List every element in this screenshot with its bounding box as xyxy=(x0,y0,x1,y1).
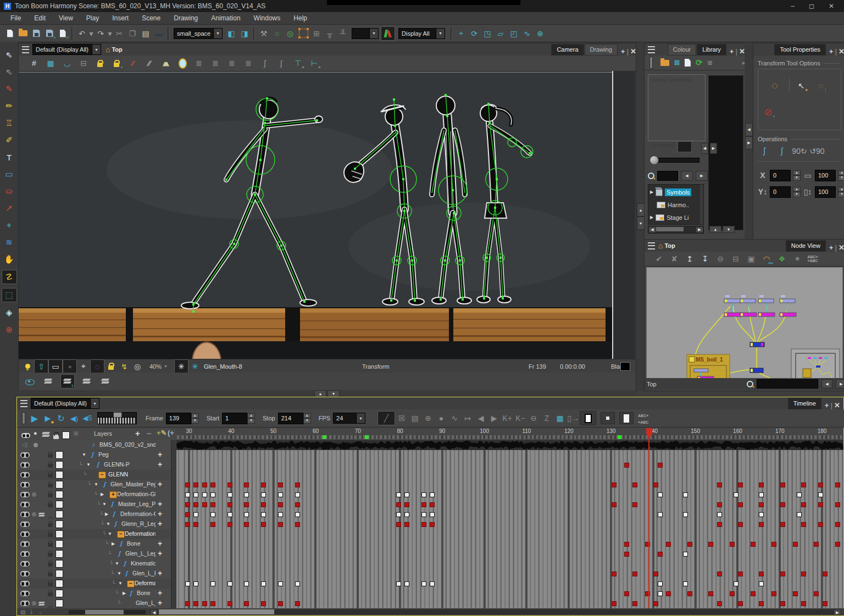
vertical-splitter[interactable]: ▲ ▼ xyxy=(636,43,645,390)
keyframe-red[interactable] xyxy=(421,522,426,527)
stamp-tool-icon[interactable]: ♖ xyxy=(2,116,16,130)
move-down-icon[interactable]: ↧ xyxy=(698,252,712,265)
keyframe-white[interactable] xyxy=(683,552,688,557)
menu-scene[interactable]: Scene xyxy=(136,13,166,23)
keyframe-red[interactable] xyxy=(801,482,806,487)
keyframe-red[interactable] xyxy=(780,601,785,606)
bg-color-swatch[interactable] xyxy=(620,362,630,371)
onion-skin-d-icon[interactable]: ≣ xyxy=(242,57,255,70)
enable-icon[interactable] xyxy=(20,561,30,567)
menu-file[interactable]: File xyxy=(4,13,27,23)
keyframe-red[interactable] xyxy=(244,601,249,606)
layer-row[interactable]: ▼ʃPeg+ xyxy=(17,450,176,460)
expand-icon[interactable]: ▼ xyxy=(117,569,121,579)
keyframe-red[interactable] xyxy=(227,601,232,606)
keyframe-white[interactable] xyxy=(227,492,232,497)
keyframe-white[interactable] xyxy=(658,591,663,596)
keyframe-red[interactable] xyxy=(730,591,735,596)
keyframe-red[interactable] xyxy=(404,522,409,527)
keyframe-red[interactable] xyxy=(185,502,190,507)
keyframe-white[interactable] xyxy=(227,581,232,586)
keyframe-red[interactable] xyxy=(210,601,215,606)
layer-checkbox[interactable] xyxy=(55,461,63,469)
home-icon[interactable]: ⌂ xyxy=(658,241,663,250)
width-spinner[interactable]: ▲▼ xyxy=(838,170,844,181)
onion-skin-b-icon[interactable]: ≣ xyxy=(209,57,222,70)
start-spinner[interactable]: ▲▼ xyxy=(247,413,255,424)
keyframe-white[interactable] xyxy=(244,512,249,517)
keyframe-red[interactable] xyxy=(612,482,617,487)
sound-display-icon[interactable]: ▤ xyxy=(20,609,25,615)
tracks-hscroll[interactable]: ◀ ▶ xyxy=(150,609,841,614)
keyframe-red[interactable] xyxy=(632,502,637,507)
keyframe-white[interactable] xyxy=(421,581,426,586)
keyframe-red[interactable] xyxy=(759,502,764,507)
scale-icon[interactable]: ◳ xyxy=(481,27,494,40)
close-button[interactable]: ✕ xyxy=(829,2,834,10)
keyframe-red[interactable] xyxy=(632,601,637,606)
add-substitution-button[interactable]: + xyxy=(158,480,162,489)
track-row[interactable] xyxy=(176,519,843,530)
antenna-icon[interactable]: ✶ xyxy=(791,252,804,265)
layer-row[interactable]: └▶ʃDeformation-Glen_+ xyxy=(17,509,176,520)
enable-all-checkbox[interactable] xyxy=(62,431,70,439)
onion-next-icon[interactable]: ∕∕ xyxy=(143,57,156,70)
add-substitution-button[interactable]: + xyxy=(158,509,162,519)
enable-icon[interactable] xyxy=(20,591,30,596)
keyframe-red[interactable] xyxy=(295,601,300,606)
keyframe-red[interactable] xyxy=(658,552,663,557)
expand-icon[interactable]: ▶ xyxy=(101,490,104,500)
onion-skin-c-icon[interactable]: ≣ xyxy=(225,57,238,70)
rigging-tools-icon[interactable]: ⚒ xyxy=(257,27,270,40)
track-row[interactable] xyxy=(176,440,843,451)
sound-button[interactable]: ◀) xyxy=(68,412,81,425)
track-row[interactable] xyxy=(176,549,843,559)
layer-checkbox[interactable] xyxy=(55,600,63,607)
delete-layer-button[interactable]: − xyxy=(147,429,152,438)
add-substitution-button[interactable]: + xyxy=(158,539,162,548)
keyframe-white[interactable] xyxy=(210,512,215,517)
keyframe-red[interactable] xyxy=(658,463,663,468)
large-thumbnail-toggle[interactable] xyxy=(619,412,634,424)
add-drawing-layer-button[interactable]: +✎ xyxy=(157,429,166,437)
lock-icon[interactable] xyxy=(48,573,53,576)
add-view-icon[interactable]: + xyxy=(621,47,625,56)
save-icon[interactable] xyxy=(30,27,43,40)
minimize-button[interactable]: – xyxy=(791,2,795,10)
node-graph[interactable]: MS_boil_1 xyxy=(646,267,843,379)
keyframe-red[interactable] xyxy=(185,482,190,487)
open-scene-icon[interactable] xyxy=(16,27,30,40)
expand-icon[interactable]: ▼ xyxy=(106,519,110,529)
next-button[interactable]: ▶ xyxy=(696,171,708,181)
keyframe-red[interactable] xyxy=(244,522,249,527)
mini-combo[interactable]: ▼ xyxy=(352,28,379,39)
keyframe-white[interactable] xyxy=(430,492,435,497)
keyframe-red[interactable] xyxy=(823,571,828,576)
add-view-icon[interactable]: + xyxy=(730,47,734,56)
thumbnail-toggle-icon[interactable] xyxy=(39,601,46,606)
next-keyframe-icon[interactable]: ▶ xyxy=(487,412,501,425)
pencil-tool-icon[interactable]: ✏ xyxy=(2,99,16,113)
expand-icon[interactable]: ▶ xyxy=(650,213,653,223)
keyframe-white[interactable] xyxy=(261,492,266,497)
lock-icon[interactable] xyxy=(48,592,53,596)
stop-field[interactable]: 214 xyxy=(278,413,303,424)
tree-down-icon[interactable]: ⊟ xyxy=(729,252,742,265)
preview-slider[interactable] xyxy=(650,158,699,163)
lock-icon[interactable] xyxy=(48,474,53,478)
add-peg-button[interactable]: (+ xyxy=(168,429,174,437)
maximize-button[interactable]: ◻ xyxy=(809,2,814,10)
onion-prev-icon[interactable]: ∕∕ xyxy=(126,57,140,70)
keyframe-white[interactable] xyxy=(734,492,738,497)
track-row[interactable] xyxy=(176,579,843,589)
close-view-icon[interactable]: ✕ xyxy=(834,401,840,409)
ease-icon[interactable]: ⤵ xyxy=(30,609,32,615)
keyframe-white[interactable] xyxy=(818,492,823,497)
keyframe-red[interactable] xyxy=(738,571,743,576)
lock-icon[interactable] xyxy=(48,543,53,547)
export-image-icon[interactable]: ➚ xyxy=(56,27,69,40)
slider-knob[interactable] xyxy=(649,156,659,165)
search-input[interactable] xyxy=(657,171,678,181)
lock-icon[interactable] xyxy=(48,503,53,507)
keyframe-white[interactable] xyxy=(193,512,198,517)
